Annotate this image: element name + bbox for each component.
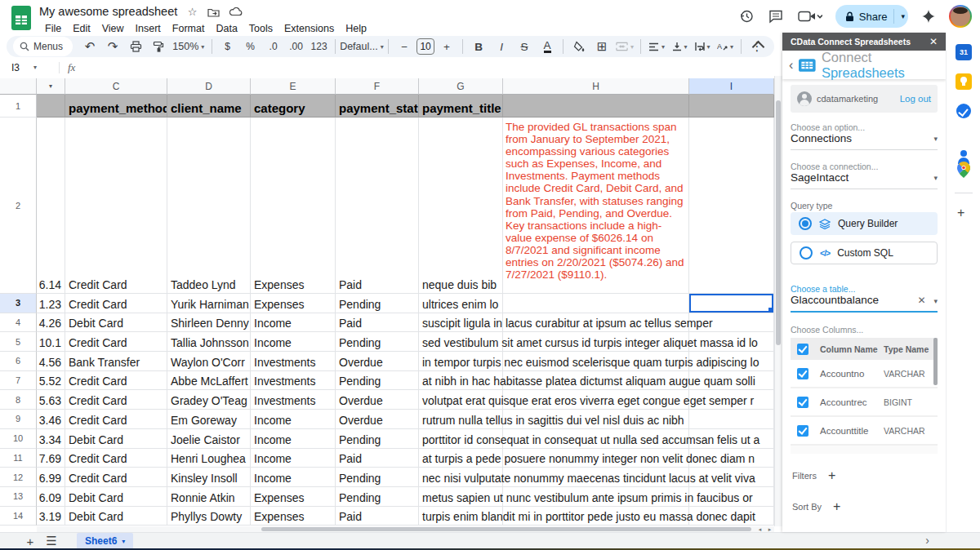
move-folder-icon[interactable] [207, 7, 220, 17]
star-icon[interactable]: ☆ [188, 6, 198, 18]
column-header-e[interactable]: E [251, 78, 336, 95]
row-header[interactable]: 1 [0, 95, 37, 118]
cell-header-payment-title[interactable]: payment_title [419, 95, 503, 118]
share-button[interactable]: Share ▾ [835, 5, 908, 28]
font-selector[interactable]: Defaul...▾ [341, 38, 384, 55]
share-dropdown-icon[interactable]: ▾ [901, 12, 905, 20]
cell-client-name[interactable]: Taddeo Lynd [167, 118, 251, 294]
cell-category[interactable]: Income [251, 332, 336, 352]
cell-payment-title[interactable]: in tempor turpis nec euismod scelerisque… [419, 352, 503, 371]
menu-data[interactable]: Data [210, 22, 243, 35]
row-header[interactable]: 4 [0, 313, 37, 333]
connection-dropdown[interactable]: SageIntacct▾ [791, 171, 938, 189]
cell-payment-title[interactable]: porttitor id consequat in consequat ut n… [419, 429, 503, 449]
cell-payment-title[interactable]: sed vestibulum sit amet cursus id turpis… [419, 332, 503, 352]
menu-edit[interactable]: Edit [67, 22, 96, 35]
cell-category[interactable]: Income [251, 468, 336, 487]
calendar-icon[interactable]: 31 [956, 44, 972, 60]
connections-dropdown[interactable]: Connections▾ [791, 132, 938, 150]
cell-payment-title[interactable]: ultrices enim lo [419, 294, 503, 313]
cell-payment-method[interactable]: Credit Card [65, 118, 167, 294]
column-row-accountrec[interactable]: Accountrec BIGINT [791, 388, 938, 417]
cell-payment-status[interactable]: Paid [336, 118, 419, 294]
back-icon[interactable]: ‹ [789, 58, 793, 73]
horizontal-scrollbar-thumb[interactable] [261, 527, 751, 531]
query-builder-option[interactable]: Query Builder [791, 212, 938, 235]
bold-button[interactable]: B [468, 38, 489, 55]
cell-payment-method[interactable]: Credit Card [65, 390, 167, 410]
cell-payment-method[interactable]: Debit Card [65, 429, 167, 449]
paint-format-button[interactable] [148, 38, 169, 55]
menu-view[interactable]: View [96, 22, 130, 35]
menu-tools[interactable]: Tools [243, 22, 278, 35]
cell-i1[interactable] [689, 95, 774, 118]
font-size-input[interactable]: 10 [416, 38, 434, 55]
column-header-b[interactable]: ▾ [37, 78, 65, 95]
decrease-decimals-button[interactable]: .0 [263, 38, 284, 55]
column-row-accountno[interactable]: Accountno VARCHAR [791, 360, 938, 388]
cell-payment-method[interactable]: Debit Card [65, 507, 167, 526]
cell-payment-status[interactable]: Pending [336, 487, 419, 507]
cell-amount[interactable]: 3.19 [37, 507, 65, 526]
cell-amount[interactable]: 5.63 [37, 390, 65, 410]
scroll-right-icon[interactable]: ▸ [765, 526, 774, 532]
vertical-align-button[interactable]: ▾ [669, 38, 690, 55]
cell-amount[interactable]: 3.46 [37, 410, 65, 429]
selected-cell-I3[interactable] [689, 294, 774, 313]
cell-client-name[interactable]: Joelie Caistor [167, 429, 251, 449]
cell-payment-status[interactable]: Overdue [336, 390, 419, 410]
select-all-checkbox[interactable] [797, 344, 808, 355]
maps-icon[interactable] [956, 162, 972, 178]
cell-payment-title[interactable]: nec nisi vulputate nonummy maecenas tinc… [419, 468, 503, 487]
cell-amount[interactable]: 6.09 [37, 487, 65, 507]
cell-payment-status[interactable]: Pending [336, 332, 419, 352]
cell-amount[interactable]: 6.14 [37, 118, 65, 294]
cell-payment-status[interactable]: Overdue [336, 410, 419, 429]
zoom-control[interactable]: 150%▾ [171, 38, 207, 55]
cell-payment-status[interactable]: Pending [336, 371, 419, 391]
all-sheets-button[interactable]: ☰ [41, 534, 62, 548]
cell-payment-method[interactable]: Credit Card [65, 449, 167, 468]
add-sort-button[interactable]: + [833, 499, 840, 514]
gemini-sparkle-icon[interactable] [920, 7, 938, 25]
cell-payment-title[interactable]: rutrum nulla tellus in sagittis dui vel … [419, 410, 503, 429]
cell-payment-title[interactable]: neque duis bib [419, 118, 503, 294]
cell-payment-method[interactable]: Credit Card [65, 332, 167, 352]
sheet-tab-menu-icon[interactable]: ▾ [122, 538, 125, 545]
horizontal-scrollbar[interactable]: ◂ ▸ [37, 526, 774, 532]
cell-client-name[interactable]: Phyllys Dowty [167, 507, 251, 526]
clear-icon[interactable]: ✕ [917, 295, 925, 306]
column-dropdown-icon[interactable]: ▾ [49, 82, 52, 90]
cell-payment-title[interactable]: at nibh in hac habitasse platea dictumst… [419, 371, 503, 391]
cell-client-name[interactable]: Yurik Harniman [167, 294, 251, 313]
fill-handle[interactable] [768, 308, 773, 313]
columns-scrollbar-thumb[interactable] [933, 338, 938, 385]
cell-column-h[interactable] [503, 294, 689, 313]
text-color-button[interactable]: A [537, 38, 558, 55]
borders-button[interactable]: ⊞ [591, 38, 612, 55]
row-header[interactable]: 9 [0, 410, 37, 429]
menu-help[interactable]: Help [340, 22, 372, 35]
logout-link[interactable]: Log out [900, 94, 931, 104]
account-avatar[interactable] [949, 5, 972, 28]
row-header[interactable]: 12 [0, 468, 37, 487]
cell-category[interactable]: Income [251, 410, 336, 429]
cell-payment-method[interactable]: Credit Card [65, 294, 167, 313]
strikethrough-button[interactable]: S [514, 38, 535, 55]
cell-payment-status[interactable]: Paid [336, 313, 419, 333]
cell-amount[interactable]: 5.52 [37, 371, 65, 391]
cell-client-name[interactable]: Gradey O'Teag [167, 390, 251, 410]
cell-payment-status[interactable]: Pending [336, 294, 419, 313]
cell-client-name[interactable]: Tallia Johnsson [167, 332, 251, 352]
cell-column-i[interactable] [689, 410, 774, 429]
cell-client-name[interactable]: Waylon O'Corr [167, 352, 251, 371]
row-header[interactable]: 5 [0, 332, 37, 352]
row-header[interactable]: 14 [0, 507, 37, 526]
format-currency-button[interactable]: $ [217, 38, 238, 55]
cell-payment-method[interactable]: Bank Transfer [65, 352, 167, 371]
meet-video-icon[interactable] [796, 7, 824, 25]
cell-payment-status[interactable]: Paid [336, 507, 419, 526]
row-header[interactable]: 7 [0, 371, 37, 391]
row-header[interactable]: 10 [0, 429, 37, 449]
cell-header-category[interactable]: category [251, 95, 336, 118]
